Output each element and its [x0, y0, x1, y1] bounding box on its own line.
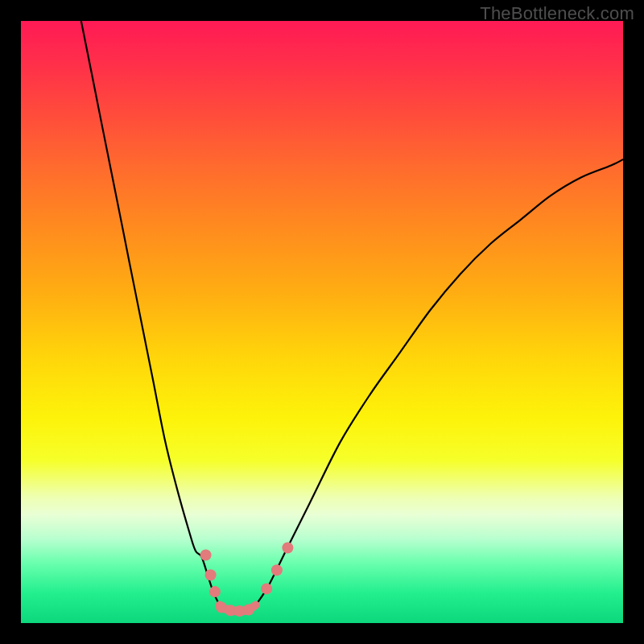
marker-dot: [205, 569, 217, 580]
marker-dot: [209, 586, 221, 597]
marker-dot: [243, 605, 254, 616]
right-branch-path: [256, 159, 623, 605]
marker-dot: [282, 543, 293, 554]
watermark-text: TheBottleneck.com: [480, 3, 634, 24]
bottleneck-curve: [81, 21, 623, 611]
outer-frame: TheBottleneck.com: [0, 0, 644, 644]
curve-layer: [21, 21, 623, 623]
marker-dot: [261, 583, 272, 594]
plot-area: [21, 21, 623, 623]
marker-dots: [200, 543, 294, 617]
marker-dot: [271, 564, 283, 576]
left-branch-path: [81, 21, 220, 605]
marker-dot: [200, 550, 212, 561]
